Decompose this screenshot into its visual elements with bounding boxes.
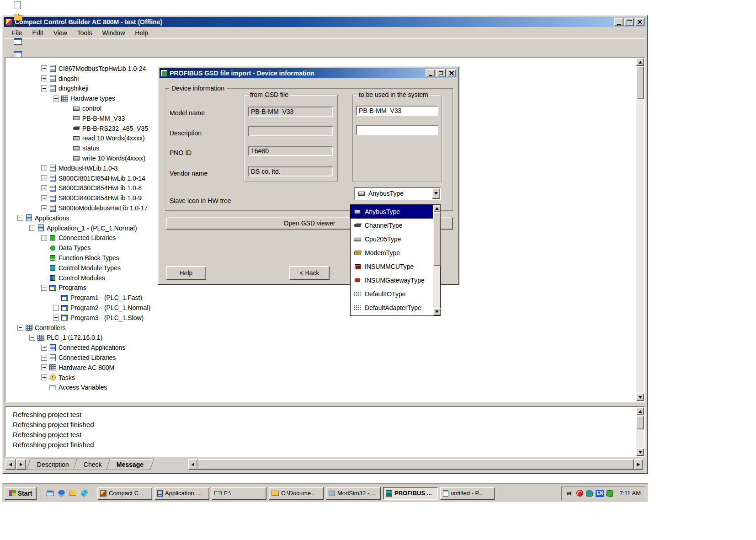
close-button[interactable] <box>635 18 644 26</box>
tree-item[interactable]: Tasks <box>5 373 635 383</box>
tree-item[interactable]: Program1 - (PLC_1.Fast) <box>5 293 635 303</box>
tree-item[interactable]: Access Variables <box>5 383 635 393</box>
library-window-button[interactable] <box>11 35 25 48</box>
globe-icon[interactable] <box>586 490 593 497</box>
tree-expander-icon[interactable] <box>53 96 59 102</box>
tree-expander-icon[interactable] <box>41 285 47 291</box>
dropdown-option[interactable]: Cpu205Type <box>351 232 433 246</box>
dialog-maximize-button[interactable] <box>436 69 446 77</box>
tree-item[interactable]: Connected Applications <box>5 342 635 353</box>
scroll-up-button[interactable] <box>433 205 441 212</box>
restore-button[interactable] <box>624 18 634 26</box>
task-button[interactable]: untitled - P... <box>440 487 495 500</box>
scroll-left-button[interactable] <box>188 459 197 470</box>
scroll-down-button[interactable] <box>636 393 644 401</box>
dropdown-option[interactable]: INSUMMCUType <box>351 260 433 273</box>
tree-expander-icon[interactable] <box>41 364 47 370</box>
model-name-input[interactable] <box>356 106 438 116</box>
tree-expander-icon[interactable] <box>41 205 47 211</box>
tree-expander-icon[interactable] <box>41 75 47 81</box>
horizontal-scrollbar[interactable] <box>188 459 643 470</box>
menu-view[interactable]: View <box>48 28 72 37</box>
dropdown-option[interactable]: ChannelType <box>351 219 433 232</box>
dropdown-scrollbar[interactable] <box>433 205 440 315</box>
scroll-thumb[interactable] <box>636 66 644 99</box>
combobox-dropdown-button[interactable] <box>432 188 440 199</box>
scroll-down-button[interactable] <box>433 308 441 315</box>
new-document-button[interactable] <box>11 0 25 11</box>
tree-expander-icon[interactable] <box>17 215 23 221</box>
internet-explorer-icon[interactable] <box>57 489 65 497</box>
dropdown-option[interactable]: DefaultIOType <box>351 287 433 301</box>
tree-item[interactable]: Program2 - (PLC_1.Normal) <box>5 303 635 313</box>
taskbar-clock[interactable]: 7:11 AM <box>616 490 641 497</box>
language-icon[interactable]: EN <box>596 490 604 497</box>
dropdown-option[interactable]: DefaultAdapterType <box>351 301 433 315</box>
dialog-close-button[interactable] <box>447 69 456 77</box>
dialog-title-bar[interactable]: PROFIBUS GSD file import - Device inform… <box>160 68 458 78</box>
tree-item[interactable]: Controllers <box>5 323 635 333</box>
title-bar[interactable]: Compact Control Builder AC 800M - test (… <box>4 17 646 27</box>
show-desktop-icon[interactable] <box>46 489 54 497</box>
tree-expander-icon[interactable] <box>29 225 35 231</box>
folders-icon[interactable] <box>69 489 77 497</box>
tree-expander-icon[interactable] <box>41 235 47 241</box>
scroll-thumb[interactable] <box>636 416 644 429</box>
tree-item[interactable]: Program3 - (PLC_1.Slow) <box>5 313 635 323</box>
scheduler-icon[interactable] <box>606 490 613 497</box>
start-button[interactable]: Start <box>5 487 37 500</box>
task-button[interactable]: PROFIBUS ... <box>383 487 438 500</box>
antivirus-icon[interactable] <box>576 490 583 497</box>
tree-expander-icon[interactable] <box>29 335 35 341</box>
back-button[interactable]: < Back <box>289 266 330 280</box>
tree-item[interactable]: Connected Libraries <box>5 353 635 363</box>
scroll-thumb[interactable] <box>197 459 634 470</box>
scroll-right-button[interactable] <box>634 459 643 470</box>
tab-scroll-left-button[interactable] <box>5 459 16 470</box>
tree-expander-icon[interactable] <box>53 305 59 311</box>
dropdown-option[interactable]: AnybusType <box>351 205 433 219</box>
dialog-minimize-button[interactable] <box>426 69 435 77</box>
toolbar-handle[interactable] <box>7 42 8 54</box>
tree-expander-icon[interactable] <box>41 86 47 91</box>
tree-item[interactable]: PLC_1 (172.16.0.1) <box>5 333 635 343</box>
minimize-button[interactable] <box>614 18 623 26</box>
tree-expander-icon[interactable] <box>41 195 47 201</box>
menu-help[interactable]: Help <box>130 28 153 37</box>
dropdown-option[interactable]: INSUMGatewayType <box>351 273 433 287</box>
tab-message[interactable]: Message <box>106 459 154 470</box>
tree-expander-icon[interactable] <box>41 65 47 71</box>
task-button[interactable]: Application ... <box>154 487 209 500</box>
tab-description[interactable]: Description <box>27 459 80 470</box>
help-button[interactable]: Help <box>166 266 206 280</box>
scroll-up-button[interactable] <box>636 407 644 415</box>
task-button[interactable]: F:\ <box>212 487 266 500</box>
scroll-thumb[interactable] <box>433 212 441 266</box>
menu-tools[interactable]: Tools <box>72 28 97 37</box>
task-button[interactable]: Compact C... <box>97 487 152 500</box>
scroll-up-button[interactable] <box>636 58 644 66</box>
tree-expander-icon[interactable] <box>41 175 47 181</box>
tree-expander-icon[interactable] <box>53 315 59 321</box>
tab-scroll-right-button[interactable] <box>16 459 26 470</box>
output-vertical-scrollbar[interactable] <box>636 407 644 456</box>
tree-vertical-scrollbar[interactable] <box>636 58 644 401</box>
taskbar-handle[interactable] <box>93 488 94 499</box>
menu-edit[interactable]: Edit <box>27 28 48 37</box>
description-input[interactable] <box>356 125 438 135</box>
open-folder-button[interactable] <box>11 11 25 24</box>
tree-expander-icon[interactable] <box>41 374 47 380</box>
tree-item[interactable]: Hardware AC 800M <box>5 363 635 373</box>
tree-expander-icon[interactable] <box>41 345 47 351</box>
media-icon[interactable] <box>80 489 88 497</box>
slave-icon-combobox[interactable]: AnybusType <box>354 187 441 200</box>
task-button[interactable]: C:\Docume... <box>269 487 324 500</box>
tree-expander-icon[interactable] <box>41 165 47 171</box>
tree-expander-icon[interactable] <box>41 185 47 191</box>
dropdown-option[interactable]: ModemType <box>351 246 433 260</box>
tree-expander-icon[interactable] <box>41 355 47 361</box>
tree-expander-icon[interactable] <box>17 325 23 331</box>
menu-window[interactable]: Window <box>97 28 130 37</box>
scroll-down-button[interactable] <box>636 448 644 456</box>
taskbar-handle[interactable] <box>40 488 41 499</box>
